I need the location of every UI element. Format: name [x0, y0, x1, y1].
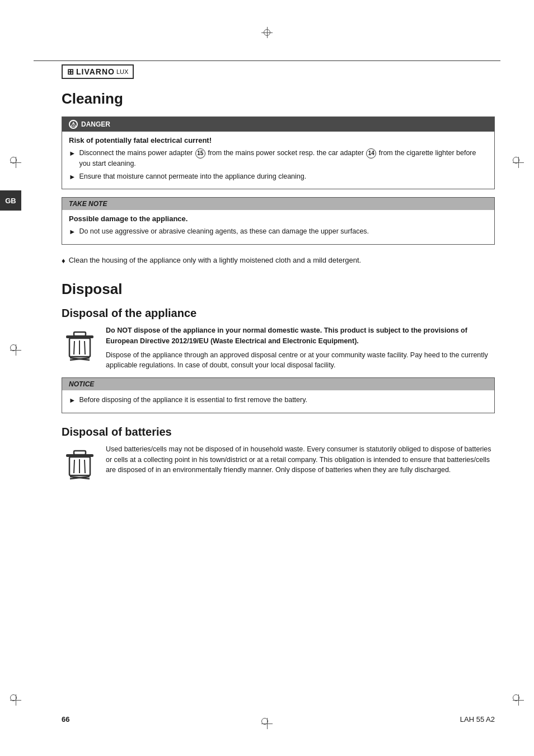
model-number: LAH 55 A2: [460, 715, 495, 724]
batteries-content: Used batteries/cells may not be disposed…: [62, 444, 495, 480]
disposal-title: Disposal: [62, 281, 495, 298]
disposal-section: Disposal Disposal of the appliance: [62, 281, 495, 480]
danger-content: Risk of potentially fatal electrical cur…: [62, 132, 494, 189]
badge-15: 15: [195, 148, 205, 158]
danger-icon: ⚠: [69, 120, 78, 129]
danger-bullet-2: ► Ensure that moisture cannot permeate i…: [69, 171, 488, 183]
batteries-weee-svg: [62, 444, 98, 480]
disposal-appliance-texts: Do NOT dispose of the appliance in your …: [106, 325, 495, 371]
svg-line-3: [74, 341, 74, 354]
notice-bullet-text: Before disposing of the appliance it is …: [79, 395, 307, 405]
page-footer: 66 LAH 55 A2: [62, 715, 495, 724]
main-content: ⊞ LIVARNO LUX Cleaning ⚠ DANGER Risk of …: [62, 64, 495, 487]
batteries-title: Disposal of batteries: [62, 426, 495, 438]
danger-bullet-1: ► Disconnect the mains power adapter 15 …: [69, 148, 488, 169]
language-tab: GB: [0, 190, 21, 211]
disposal-appliance-content: Do NOT dispose of the appliance in your …: [62, 325, 495, 371]
bullet-arrow-2: ►: [69, 172, 76, 183]
top-rule: [34, 60, 500, 61]
svg-rect-9: [74, 451, 86, 455]
registration-mark-disposal-left: [10, 344, 21, 356]
registration-mark-right: [513, 157, 524, 168]
disposal-appliance-bold: Do NOT dispose of the appliance in your …: [106, 325, 495, 347]
svg-line-5: [85, 341, 85, 354]
notice-bullet: ► Before disposing of the appliance it i…: [69, 395, 488, 406]
batteries-text-block: Used batteries/cells may not be disposed…: [106, 444, 495, 475]
take-note-box: TAKE NOTE Possible damage to the applian…: [62, 197, 495, 245]
notice-box: NOTICE ► Before disposing of the applian…: [62, 377, 495, 413]
svg-rect-1: [74, 332, 86, 336]
take-note-header: TAKE NOTE: [62, 198, 494, 210]
batteries-weee-icon: [62, 444, 98, 480]
page: GB ⊞ LIVARNO LUX Cleaning ⚠ DANGER Risk …: [0, 0, 534, 756]
clean-housing-bullet: ♦ Clean the housing of the appliance onl…: [62, 253, 495, 268]
danger-subtitle: Risk of potentially fatal electrical cur…: [69, 136, 488, 144]
batteries-section: Disposal of batteries: [62, 426, 495, 480]
notice-content: ► Before disposing of the appliance it i…: [62, 390, 494, 413]
registration-mark-left: [10, 157, 21, 168]
take-note-content: Possible damage to the appliance. ► Do n…: [62, 210, 494, 244]
note-bullet-1: ► Do not use aggressive or abrasive clea…: [69, 226, 488, 237]
registration-mark-bottom-left: [10, 694, 21, 706]
batteries-para: Used batteries/cells may not be disposed…: [106, 444, 495, 475]
page-number: 66: [62, 715, 69, 724]
logo-box: ⊞ LIVARNO LUX: [62, 64, 134, 79]
logo-icon: ⊞: [67, 67, 74, 76]
logo-suffix: LUX: [116, 68, 128, 75]
weee-icon: [62, 325, 98, 362]
registration-mark-bottom-right: [513, 694, 524, 706]
danger-bullet-1-text: Disconnect the mains power adapter 15 fr…: [79, 148, 488, 169]
disposal-appliance-title: Disposal of the appliance: [62, 307, 495, 320]
danger-label: DANGER: [81, 120, 110, 128]
logo-brand: LIVARNO: [76, 67, 115, 76]
diamond-icon: ♦: [62, 256, 65, 265]
cleaning-title: Cleaning: [62, 90, 495, 108]
weee-svg: [62, 325, 98, 362]
note-bullet-arrow: ►: [69, 227, 76, 237]
disposal-appliance-para: Dispose of the appliance through an appr…: [106, 350, 495, 371]
note-bullet-1-text: Do not use aggressive or abrasive cleani…: [79, 226, 369, 237]
badge-14: 14: [366, 148, 376, 158]
notice-header: NOTICE: [62, 378, 494, 390]
registration-mark-top: [261, 27, 273, 38]
note-subtitle: Possible damage to the appliance.: [69, 214, 488, 223]
clean-housing-text: Clean the housing of the appliance only …: [69, 256, 362, 264]
danger-box: ⚠ DANGER Risk of potentially fatal elect…: [62, 116, 495, 189]
svg-line-11: [74, 460, 74, 473]
danger-header: ⚠ DANGER: [62, 117, 494, 132]
notice-bullet-arrow: ►: [69, 395, 76, 406]
bullet-arrow-1: ►: [69, 148, 76, 159]
danger-bullet-2-text: Ensure that moisture cannot permeate int…: [79, 171, 306, 182]
svg-line-13: [85, 460, 85, 473]
logo-area: ⊞ LIVARNO LUX: [62, 64, 495, 79]
